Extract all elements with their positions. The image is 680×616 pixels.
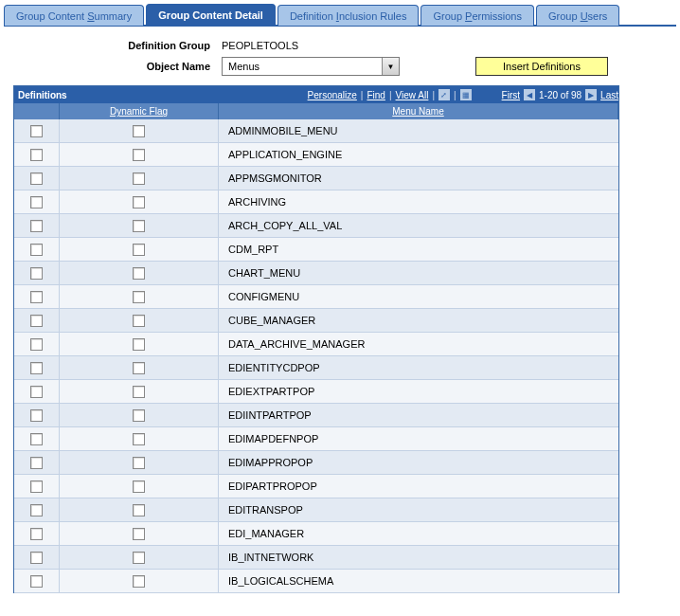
download-icon[interactable]: ▦ xyxy=(460,89,472,100)
dynamic-flag-checkbox[interactable] xyxy=(133,552,145,564)
row-select-cell xyxy=(14,427,60,450)
table-row: EDIINTPARTPOP xyxy=(14,404,618,427)
row-menu-name: CHART_MENU xyxy=(219,262,618,284)
row-select-cell xyxy=(14,167,60,190)
dynamic-flag-checkbox[interactable] xyxy=(133,267,145,280)
dynamic-flag-checkbox[interactable] xyxy=(133,291,145,303)
row-select-checkbox[interactable] xyxy=(30,315,43,327)
row-select-checkbox[interactable] xyxy=(30,504,43,516)
row-menu-name: EDIMAPDEFNPOP xyxy=(219,427,618,450)
row-select-cell xyxy=(14,570,60,592)
row-menu-name: ARCHIVING xyxy=(219,190,618,213)
dynamic-flag-checkbox[interactable] xyxy=(133,480,145,493)
dynamic-flag-checkbox[interactable] xyxy=(133,457,145,469)
row-menu-name: EDIPARTPROPOP xyxy=(219,475,618,498)
dynamic-flag-checkbox[interactable] xyxy=(133,220,145,232)
dynamic-flag-checkbox[interactable] xyxy=(133,149,145,161)
dynamic-flag-checkbox[interactable] xyxy=(133,196,145,208)
row-select-checkbox[interactable] xyxy=(30,528,43,540)
dynamic-flag-checkbox[interactable] xyxy=(133,575,145,588)
row-select-checkbox[interactable] xyxy=(30,575,43,588)
tab-group-permissions[interactable]: Group Permissions xyxy=(421,5,534,26)
dynamic-flag-checkbox[interactable] xyxy=(133,338,145,351)
row-flag-cell xyxy=(60,475,219,498)
table-row: CUBE_MANAGER xyxy=(14,309,618,333)
row-flag-cell xyxy=(60,451,219,474)
row-select-cell xyxy=(14,522,60,545)
prev-page-icon[interactable]: ◀ xyxy=(524,89,535,100)
table-row: EDITRANSPOP xyxy=(14,498,618,522)
row-select-cell xyxy=(14,546,60,569)
row-menu-name: EDIINTPARTPOP xyxy=(219,404,618,426)
dynamic-flag-checkbox[interactable] xyxy=(133,315,145,327)
row-flag-cell xyxy=(60,498,219,521)
row-select-checkbox[interactable] xyxy=(30,386,43,398)
view-all-link[interactable]: View All xyxy=(396,90,429,100)
row-select-checkbox[interactable] xyxy=(30,362,43,374)
table-row: EDIPARTPROPOP xyxy=(14,475,618,498)
row-menu-name: CUBE_MANAGER xyxy=(219,309,618,332)
row-flag-cell xyxy=(60,119,219,142)
tab-group-users[interactable]: Group Users xyxy=(536,5,619,26)
row-flag-cell xyxy=(60,190,219,213)
dynamic-flag-checkbox[interactable] xyxy=(133,386,145,398)
row-select-checkbox[interactable] xyxy=(30,220,43,232)
row-menu-name: IB_INTNETWORK xyxy=(219,546,618,569)
row-menu-name: IB_LOGICALSCHEMA xyxy=(219,570,618,592)
row-menu-name: CDM_RPT xyxy=(219,238,618,261)
definitions-grid: Definitions Personalize | Find | View Al… xyxy=(13,85,619,593)
header-dynamic-flag[interactable]: Dynamic Flag xyxy=(60,103,219,119)
row-select-checkbox[interactable] xyxy=(30,457,43,469)
first-link[interactable]: First xyxy=(502,90,520,100)
row-select-checkbox[interactable] xyxy=(30,267,43,280)
dynamic-flag-checkbox[interactable] xyxy=(133,433,145,445)
zoom-icon[interactable]: ⤢ xyxy=(438,89,450,100)
row-select-checkbox[interactable] xyxy=(30,409,43,422)
object-name-select[interactable]: Menus ▼ xyxy=(222,57,400,76)
personalize-link[interactable]: Personalize xyxy=(308,90,357,100)
insert-definitions-button[interactable]: Insert Definitions xyxy=(475,57,608,76)
table-row: EDIMAPPROPOP xyxy=(14,451,618,475)
last-link[interactable]: Last xyxy=(600,90,618,100)
row-select-checkbox[interactable] xyxy=(30,125,43,137)
row-menu-name: EDIEXTPARTPOP xyxy=(219,380,618,403)
row-select-checkbox[interactable] xyxy=(30,552,43,564)
row-flag-cell xyxy=(60,333,219,355)
table-row: APPLICATION_ENGINE xyxy=(14,143,618,167)
table-row: EDIEXTPARTPOP xyxy=(14,380,618,404)
row-menu-name: APPMSGMONITOR xyxy=(219,167,618,190)
dynamic-flag-checkbox[interactable] xyxy=(133,172,145,185)
dynamic-flag-checkbox[interactable] xyxy=(133,362,145,374)
row-select-cell xyxy=(14,238,60,261)
row-flag-cell xyxy=(60,570,219,592)
tab-group-content-summary[interactable]: Group Content Summary xyxy=(4,5,144,26)
dynamic-flag-checkbox[interactable] xyxy=(133,528,145,540)
grid-title: Definitions xyxy=(14,90,67,100)
tab-definition-inclusion-rules[interactable]: Definition Inclusion Rules xyxy=(277,5,420,26)
table-row: ADMINMOBILE_MENU xyxy=(14,119,618,143)
dynamic-flag-checkbox[interactable] xyxy=(133,504,145,516)
row-select-checkbox[interactable] xyxy=(30,433,43,445)
row-select-checkbox[interactable] xyxy=(30,196,43,208)
row-select-checkbox[interactable] xyxy=(30,291,43,303)
row-select-checkbox[interactable] xyxy=(30,149,43,161)
table-row: CONFIGMENU xyxy=(14,285,618,309)
object-name-label: Object Name xyxy=(13,61,222,72)
dynamic-flag-checkbox[interactable] xyxy=(133,409,145,422)
table-row: CDM_RPT xyxy=(14,238,618,262)
find-link[interactable]: Find xyxy=(367,90,385,100)
definition-group-value: PEOPLETOOLS xyxy=(222,40,298,51)
next-page-icon[interactable]: ▶ xyxy=(585,89,597,100)
tab-group-content-detail[interactable]: Group Content Detail xyxy=(146,4,276,25)
table-row: EDI_MANAGER xyxy=(14,522,618,546)
dynamic-flag-checkbox[interactable] xyxy=(133,125,145,137)
row-select-cell xyxy=(14,451,60,474)
row-select-checkbox[interactable] xyxy=(30,244,43,256)
dynamic-flag-checkbox[interactable] xyxy=(133,244,145,256)
table-row: IB_INTNETWORK xyxy=(14,546,618,570)
row-select-checkbox[interactable] xyxy=(30,172,43,185)
row-select-checkbox[interactable] xyxy=(30,480,43,493)
table-row: CHART_MENU xyxy=(14,262,618,285)
header-menu-name[interactable]: Menu Name xyxy=(219,103,618,119)
row-select-checkbox[interactable] xyxy=(30,338,43,351)
